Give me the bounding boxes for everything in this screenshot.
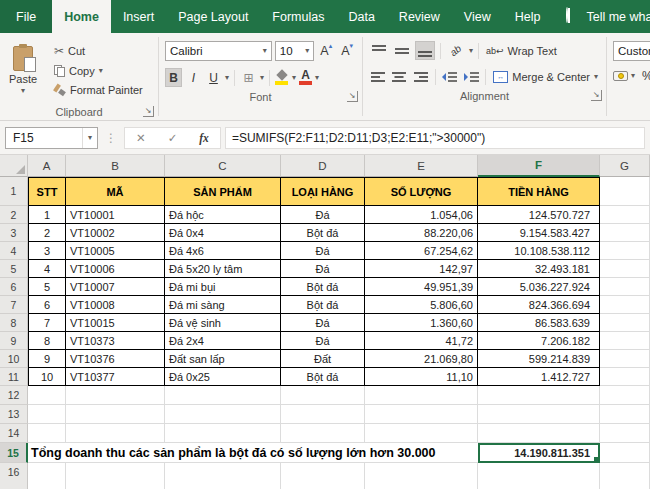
cell-b9[interactable]: VT10373 bbox=[66, 332, 165, 350]
row-header-15-selected[interactable]: 15 bbox=[0, 443, 28, 463]
select-all-corner[interactable] bbox=[0, 155, 28, 177]
cancel-entry-icon[interactable]: ✕ bbox=[125, 131, 157, 145]
cell-b5[interactable]: VT10006 bbox=[66, 260, 165, 278]
cell-d10[interactable]: Đất bbox=[281, 350, 365, 368]
tab-page-layout[interactable]: Page Layout bbox=[166, 0, 260, 33]
cell-g4[interactable] bbox=[600, 242, 650, 260]
cell-e9[interactable]: 41,72 bbox=[365, 332, 478, 350]
cell-f3[interactable]: 9.154.583.427 bbox=[478, 224, 600, 242]
cell-c5[interactable]: Đá 5x20 ly tâm bbox=[165, 260, 281, 278]
paste-dropdown-icon[interactable]: ▾ bbox=[21, 87, 25, 95]
header-cell-tien-hang[interactable]: TIỀN HÀNG bbox=[478, 177, 600, 206]
font-dialog-launcher[interactable]: ↘ bbox=[347, 91, 358, 102]
cell-g1[interactable] bbox=[600, 177, 650, 206]
col-header-b[interactable]: B bbox=[66, 155, 165, 177]
cell-f2[interactable]: 124.570.727 bbox=[478, 206, 600, 224]
cell-b10[interactable]: VT10376 bbox=[66, 350, 165, 368]
insert-function-icon[interactable]: fx bbox=[188, 132, 220, 144]
cell-d7[interactable]: Bột đá bbox=[281, 296, 365, 314]
cell-d14[interactable] bbox=[281, 424, 365, 443]
accounting-dropdown-icon[interactable]: ▾ bbox=[631, 72, 635, 80]
align-center-button[interactable] bbox=[390, 67, 408, 86]
col-header-f-selected[interactable]: F bbox=[478, 155, 600, 177]
wrap-text-button[interactable]: ab↩ Wrap Text bbox=[484, 45, 559, 57]
cell-d2[interactable]: Đá bbox=[281, 206, 365, 224]
row-header-3[interactable]: 3 bbox=[0, 224, 28, 242]
cell-b14[interactable] bbox=[66, 424, 165, 443]
name-box[interactable]: F15 ▾ bbox=[5, 127, 98, 149]
cell-e5[interactable]: 142,97 bbox=[365, 260, 478, 278]
decrease-indent-button[interactable] bbox=[441, 67, 459, 86]
col-header-g[interactable]: G bbox=[600, 155, 650, 177]
copy-dropdown-icon[interactable]: ▾ bbox=[99, 67, 103, 75]
cell-f7[interactable]: 824.366.694 bbox=[478, 296, 600, 314]
cut-button[interactable]: ✂ Cut bbox=[50, 42, 147, 60]
cell-c10[interactable]: Đất san lấp bbox=[165, 350, 281, 368]
header-cell-ma[interactable]: MÃ bbox=[66, 177, 165, 206]
tab-help[interactable]: Help bbox=[503, 0, 553, 33]
cell-d6[interactable]: Bột đá bbox=[281, 278, 365, 296]
alignment-dialog-launcher[interactable]: ↘ bbox=[591, 90, 602, 101]
cell-g14[interactable] bbox=[600, 424, 650, 443]
row-header-7[interactable]: 7 bbox=[0, 296, 28, 314]
cell-f14[interactable] bbox=[478, 424, 600, 443]
cell-d12[interactable] bbox=[281, 386, 365, 405]
row-header-6[interactable]: 6 bbox=[0, 278, 28, 296]
cell-f11[interactable]: 1.412.727 bbox=[478, 368, 600, 386]
increase-indent-button[interactable] bbox=[462, 67, 480, 86]
cell-c12[interactable] bbox=[165, 386, 281, 405]
cell-d5[interactable]: Đá bbox=[281, 260, 365, 278]
formula-bar-drag-handle[interactable]: ⋮ bbox=[102, 131, 120, 145]
col-header-d[interactable]: D bbox=[281, 155, 365, 177]
cell-b16[interactable] bbox=[66, 463, 165, 489]
cell-a4[interactable]: 3 bbox=[28, 242, 66, 260]
cell-c8[interactable]: Đá vệ sinh bbox=[165, 314, 281, 332]
orientation-button[interactable]: ab bbox=[446, 41, 466, 60]
cell-e16[interactable] bbox=[365, 463, 478, 489]
cell-g15[interactable] bbox=[600, 443, 650, 463]
cell-b3[interactable]: VT10002 bbox=[66, 224, 165, 242]
cell-d8[interactable]: Đá bbox=[281, 314, 365, 332]
cell-g10[interactable] bbox=[600, 350, 650, 368]
col-header-c[interactable]: C bbox=[165, 155, 281, 177]
header-cell-san-pham[interactable]: SẢN PHẨM bbox=[165, 177, 281, 206]
cell-e12[interactable] bbox=[365, 386, 478, 405]
cell-f9[interactable]: 7.206.182 bbox=[478, 332, 600, 350]
fill-color-icon[interactable] bbox=[275, 71, 289, 85]
row-header-16[interactable]: 16 bbox=[0, 463, 28, 489]
cell-e2[interactable]: 1.054,06 bbox=[365, 206, 478, 224]
cell-b11[interactable]: VT10377 bbox=[66, 368, 165, 386]
row-header-4[interactable]: 4 bbox=[0, 242, 28, 260]
col-header-e[interactable]: E bbox=[365, 155, 478, 177]
cell-g6[interactable] bbox=[600, 278, 650, 296]
clipboard-dialog-launcher[interactable]: ↘ bbox=[143, 106, 154, 117]
cell-d3[interactable]: Bột đá bbox=[281, 224, 365, 242]
number-format-select[interactable]: Custom ▾ bbox=[613, 41, 650, 61]
cell-b7[interactable]: VT10008 bbox=[66, 296, 165, 314]
cell-b8[interactable]: VT10015 bbox=[66, 314, 165, 332]
cell-e11[interactable]: 11,10 bbox=[365, 368, 478, 386]
cell-d16[interactable] bbox=[281, 463, 365, 489]
borders-button[interactable]: ⊞ bbox=[240, 68, 257, 87]
cell-c3[interactable]: Đá 0x4 bbox=[165, 224, 281, 242]
cell-e7[interactable]: 5.806,60 bbox=[365, 296, 478, 314]
formula-input[interactable]: =SUMIFS(F2:F11;D2:D11;D3;E2:E11;">30000"… bbox=[225, 127, 645, 149]
cell-c16[interactable] bbox=[165, 463, 281, 489]
align-middle-button[interactable] bbox=[392, 41, 412, 60]
borders-dropdown-icon[interactable]: ▾ bbox=[260, 74, 264, 82]
row-header-2[interactable]: 2 bbox=[0, 206, 28, 224]
header-cell-loai-hang[interactable]: LOẠI HÀNG bbox=[281, 177, 365, 206]
cell-f13[interactable] bbox=[478, 405, 600, 424]
cell-g3[interactable] bbox=[600, 224, 650, 242]
cell-c4[interactable]: Đá 4x6 bbox=[165, 242, 281, 260]
cell-e14[interactable] bbox=[365, 424, 478, 443]
align-top-button[interactable] bbox=[369, 41, 389, 60]
cell-a5[interactable]: 4 bbox=[28, 260, 66, 278]
cell-f16[interactable] bbox=[478, 463, 600, 489]
cell-b2[interactable]: VT10001 bbox=[66, 206, 165, 224]
paste-button[interactable]: Paste ▾ bbox=[0, 37, 46, 103]
bold-button[interactable]: B bbox=[165, 68, 182, 87]
cell-c7[interactable]: Đá mi sàng bbox=[165, 296, 281, 314]
cell-e4[interactable]: 67.254,62 bbox=[365, 242, 478, 260]
cell-f4[interactable]: 10.108.538.112 bbox=[478, 242, 600, 260]
